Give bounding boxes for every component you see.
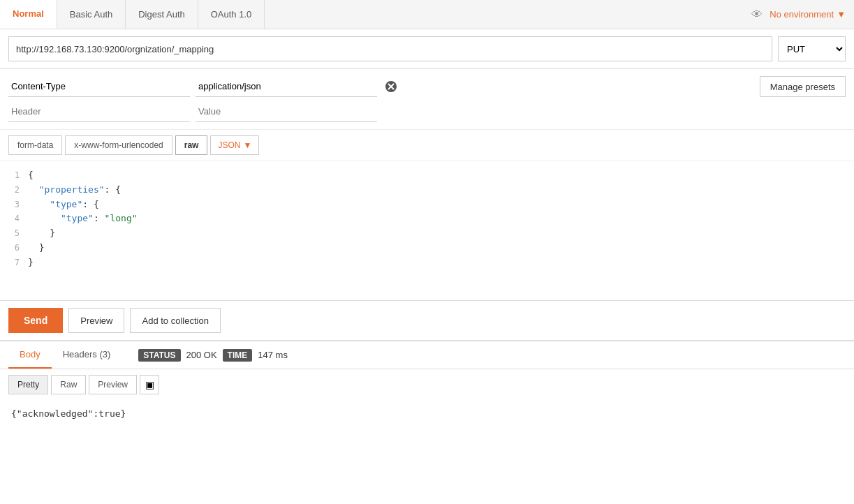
json-label: JSON: [218, 140, 240, 150]
header-value-2[interactable]: [196, 101, 377, 122]
tab-digest-auth[interactable]: Digest Auth: [126, 0, 198, 29]
header-key-1[interactable]: [8, 76, 190, 97]
tab-oauth[interactable]: OAuth 1.0: [198, 0, 265, 29]
header-key-2[interactable]: [8, 101, 190, 122]
headers-section: Manage presets: [0, 69, 854, 130]
header-value-1[interactable]: [196, 76, 377, 97]
environment-selector[interactable]: No environment ▼: [770, 9, 846, 20]
response-tab-headers[interactable]: Headers (3): [52, 341, 122, 369]
method-select[interactable]: GET POST PUT DELETE PATCH HEAD OPTIONS: [778, 36, 846, 61]
header-row-2: [8, 101, 754, 122]
status-badge-label: STATUS: [138, 349, 180, 362]
code-line-6: 6 }: [0, 241, 854, 255]
dropdown-arrow-icon: ▼: [243, 140, 251, 150]
response-format-tabs: Pretty Raw Preview ▣: [0, 369, 854, 400]
tab-normal[interactable]: Normal: [0, 0, 57, 29]
url-bar: GET POST PUT DELETE PATCH HEAD OPTIONS: [0, 29, 854, 69]
close-icon: [385, 80, 397, 93]
time-value: 147 ms: [258, 350, 288, 360]
body-type-tabs: form-data x-www-form-urlencoded raw JSON…: [0, 130, 854, 161]
time-badge-label: TIME: [223, 349, 253, 362]
code-line-7: 7 }: [0, 255, 854, 270]
format-raw-button[interactable]: Raw: [51, 375, 86, 394]
headers-inputs: [8, 76, 754, 122]
json-format-dropdown[interactable]: JSON ▼: [210, 135, 259, 155]
status-badges: STATUS 200 OK TIME 147 ms: [138, 349, 288, 362]
send-button[interactable]: Send: [8, 308, 63, 333]
response-tabs-bar: Body Headers (3) STATUS 200 OK TIME 147 …: [0, 341, 854, 369]
send-row: Send Preview Add to collection: [0, 301, 854, 341]
response-body: {"acknowledged":true}: [0, 400, 854, 427]
code-line-4: 4 "type": "long": [0, 212, 854, 226]
add-to-collection-button[interactable]: Add to collection: [130, 308, 220, 333]
response-tab-body[interactable]: Body: [8, 341, 52, 369]
eye-icon[interactable]: 👁: [751, 8, 763, 21]
code-line-5: 5 }: [0, 226, 854, 241]
body-type-form-data[interactable]: form-data: [8, 135, 62, 155]
status-value: 200 OK: [186, 350, 217, 360]
header-row-1: [8, 76, 754, 97]
code-editor[interactable]: 1 { 2 "properties": { 3 "type": { 4 "typ…: [0, 161, 854, 301]
format-preview-button[interactable]: Preview: [89, 375, 137, 394]
chevron-down-icon: ▼: [837, 9, 846, 20]
format-pretty-button[interactable]: Pretty: [8, 375, 48, 394]
manage-presets-button[interactable]: Manage presets: [760, 76, 846, 97]
tab-basic-auth[interactable]: Basic Auth: [57, 0, 126, 29]
copy-button[interactable]: ▣: [140, 375, 159, 394]
code-line-1: 1 {: [0, 168, 854, 183]
auth-tabs-bar: Normal Basic Auth Digest Auth OAuth 1.0 …: [0, 0, 854, 29]
preview-button[interactable]: Preview: [68, 308, 124, 333]
code-line-2: 2 "properties": {: [0, 183, 854, 198]
url-input[interactable]: [8, 36, 772, 61]
body-type-raw[interactable]: raw: [175, 135, 208, 155]
remove-header-button-1[interactable]: [383, 78, 399, 95]
code-line-3: 3 "type": {: [0, 198, 854, 212]
copy-icon: ▣: [145, 379, 154, 390]
env-label: No environment: [770, 9, 834, 20]
response-body-text: {"acknowledged":true}: [11, 408, 126, 419]
body-type-urlencoded[interactable]: x-www-form-urlencoded: [65, 135, 172, 155]
